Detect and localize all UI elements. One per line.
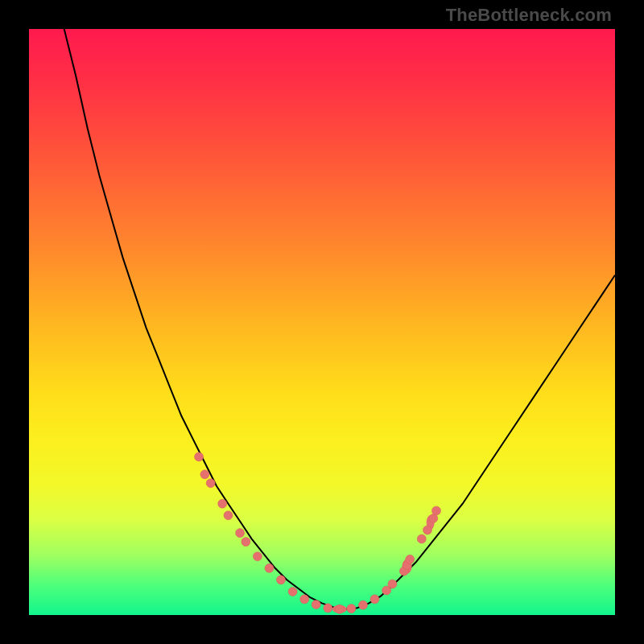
marker-point xyxy=(224,511,233,520)
marker-point xyxy=(388,580,397,588)
marker-point xyxy=(347,605,356,613)
marker-point xyxy=(423,526,432,535)
marker-point xyxy=(277,576,286,584)
marker-point xyxy=(370,595,379,604)
marker-point xyxy=(406,555,415,564)
marker-point xyxy=(335,605,344,613)
marker-point xyxy=(417,535,426,543)
marker-point xyxy=(200,470,209,479)
marker-point xyxy=(236,529,245,538)
marker-point xyxy=(242,538,250,547)
watermark-text: TheBottleneck.com xyxy=(446,5,612,26)
marker-group xyxy=(195,452,441,613)
marker-point xyxy=(324,604,332,613)
marker-point xyxy=(288,587,297,596)
marker-point xyxy=(218,499,227,508)
marker-point xyxy=(265,564,274,572)
chart-frame: TheBottleneck.com xyxy=(0,0,644,644)
chart-svg xyxy=(29,29,615,615)
marker-point xyxy=(253,552,262,561)
plot-area xyxy=(29,29,615,615)
marker-point xyxy=(300,595,309,604)
marker-point xyxy=(206,479,215,488)
marker-point xyxy=(195,452,204,461)
marker-point xyxy=(359,601,368,609)
marker-point xyxy=(432,506,441,515)
bottleneck-curve xyxy=(64,29,615,609)
marker-point xyxy=(312,600,320,609)
